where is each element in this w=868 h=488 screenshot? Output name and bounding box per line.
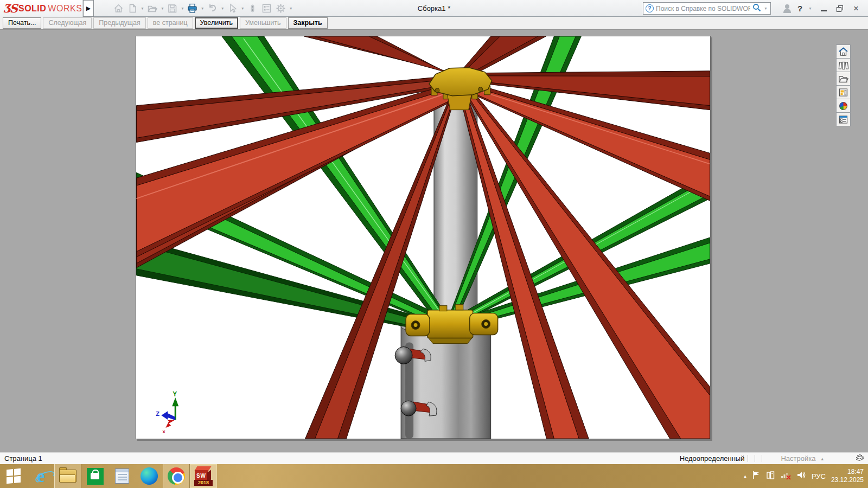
solidworks-cube-letters: SW — [195, 470, 208, 481]
internet-explorer-icon: e — [37, 467, 45, 485]
internet-explorer-button[interactable]: e — [27, 464, 54, 488]
zoom-out-button[interactable]: Уменьшить — [240, 17, 286, 29]
clock-time: 18:47 — [831, 468, 864, 476]
appearances-tab-icon[interactable] — [836, 99, 851, 113]
status-bar: Страница 1 Недоопределенный Настройка ▴ — [0, 452, 868, 464]
new-dropdown-caret[interactable]: ▼ — [141, 7, 144, 10]
search-dropdown-caret[interactable]: ▼ — [764, 7, 768, 10]
file-explorer-icon — [59, 470, 76, 483]
zoom-in-button[interactable]: Увеличить — [195, 17, 238, 29]
design-library-tab-icon[interactable] — [836, 58, 851, 72]
settings-label[interactable]: Настройка — [781, 454, 815, 463]
view-palette-tab-icon[interactable] — [836, 85, 851, 99]
solidworks-logo-light: WORKS — [48, 4, 82, 14]
print-preview-toolbar: Печать... Следующая Предыдущая ве страни… — [0, 17, 868, 30]
select-cursor-icon[interactable] — [226, 2, 239, 15]
x-axis-arrow — [165, 420, 175, 428]
status-separator — [748, 455, 748, 462]
user-account-icon[interactable] — [782, 4, 792, 14]
system-tray: ▴ РУС 18:47 23.12.2025 — [744, 464, 868, 488]
edge-button[interactable] — [136, 464, 163, 488]
volume-icon[interactable] — [796, 470, 806, 482]
file-explorer-tab-icon[interactable] — [836, 72, 851, 86]
red-beam-top-left-dark — [304, 36, 460, 80]
edge-icon — [141, 467, 158, 485]
z-axis-arrow — [161, 411, 175, 420]
undo-dropdown-caret[interactable]: ▼ — [221, 7, 225, 10]
windows-logo-icon — [7, 468, 21, 484]
preview-workspace: Y Z x — [0, 30, 868, 452]
chrome-button[interactable] — [163, 464, 190, 488]
network-disconnected-icon[interactable] — [780, 470, 791, 482]
notepad-icon — [115, 468, 129, 484]
clock-date: 23.12.2025 — [831, 476, 864, 484]
open-dropdown-caret[interactable]: ▼ — [161, 7, 164, 10]
help-search-box[interactable]: ? ▼ — [643, 2, 771, 15]
restore-button[interactable] — [834, 3, 845, 14]
settings-gear-icon[interactable] — [275, 2, 288, 15]
help-dropdown-caret[interactable]: ▼ — [808, 7, 812, 10]
solidworks-logo: ƷS SOLID WORKS — [0, 0, 83, 17]
home-icon[interactable] — [112, 2, 125, 15]
solidworks-version-badge: 2018 — [194, 480, 213, 486]
notepad-button[interactable] — [108, 464, 136, 488]
search-icon[interactable] — [752, 3, 761, 14]
expander-arrow-icon: ▶ — [86, 5, 91, 12]
select-dropdown-caret[interactable]: ▼ — [241, 7, 245, 10]
help-icon[interactable]: ? — [797, 4, 802, 13]
knob-sphere-lower — [401, 401, 416, 416]
search-input[interactable] — [656, 5, 750, 12]
store-button[interactable] — [81, 464, 108, 488]
settings-dropdown-caret[interactable]: ▼ — [289, 7, 293, 10]
model-3d-assembly: Y Z x — [136, 36, 710, 439]
print-icon[interactable] — [186, 2, 199, 15]
action-center-flag-icon[interactable] — [752, 470, 761, 482]
start-button[interactable] — [0, 464, 27, 488]
solidworks-app-icon: SW 2018 — [194, 466, 213, 486]
language-indicator[interactable]: РУС — [812, 472, 826, 480]
minimize-button[interactable] — [818, 3, 829, 14]
y-axis-label: Y — [173, 390, 177, 398]
coordinate-triad: Y Z x — [156, 390, 178, 434]
clock[interactable]: 18:47 23.12.2025 — [831, 468, 864, 484]
x-axis-label: x — [162, 428, 165, 434]
two-pages-button[interactable]: ве страниц — [148, 17, 193, 29]
new-document-icon[interactable] — [126, 2, 139, 15]
status-separator — [762, 455, 762, 462]
window-controls: ? ▼ × — [782, 0, 868, 17]
preview-page: Y Z x — [136, 36, 711, 439]
file-explorer-button[interactable] — [54, 464, 81, 488]
knob-sphere-upper — [395, 346, 412, 364]
next-page-button[interactable]: Следующая — [43, 17, 92, 29]
save-icon[interactable] — [166, 2, 179, 15]
task-pane-tabs — [836, 44, 851, 126]
z-axis-label: Z — [156, 410, 159, 417]
hidden-icons-caret[interactable]: ▴ — [744, 473, 746, 479]
menu-expander-button[interactable]: ▶ — [83, 0, 94, 17]
device-settings-icon[interactable] — [766, 470, 775, 482]
custom-properties-tab-icon[interactable] — [836, 112, 851, 126]
settings-caret-icon[interactable]: ▴ — [821, 456, 824, 461]
save-dropdown-caret[interactable]: ▼ — [181, 7, 184, 10]
undo-icon[interactable] — [206, 2, 219, 15]
print-button[interactable]: Печать... — [3, 17, 41, 29]
open-document-icon[interactable] — [146, 2, 159, 15]
store-icon — [87, 468, 104, 485]
page-number-label: Страница 1 — [0, 454, 42, 463]
quick-access-toolbar: ▼ ▼ ▼ ▼ ▼ ▼ ▼ — [112, 2, 293, 15]
print-dropdown-caret[interactable]: ▼ — [201, 7, 205, 10]
close-preview-button[interactable]: Закрыть — [288, 17, 328, 29]
windows-taskbar: e SW 2018 ▴ — [0, 464, 868, 488]
toggle-capsule-icon[interactable] — [246, 2, 259, 15]
help-hint-icon: ? — [646, 4, 654, 12]
properties-list-icon[interactable] — [260, 2, 273, 15]
solidworks-logo-mark: ƷS — [3, 2, 17, 15]
title-bar: Сборка1 * ƷS SOLID WORKS ▶ ▼ ▼ ▼ ▼ ▼ — [0, 0, 868, 17]
constraint-state-label: Недоопределенный — [680, 454, 745, 463]
sheet-stack-icon[interactable] — [855, 454, 865, 463]
previous-page-button[interactable]: Предыдущая — [93, 17, 145, 29]
solidworks-app-button[interactable]: SW 2018 — [190, 464, 217, 488]
home-tab-icon[interactable] — [836, 44, 851, 59]
close-button[interactable]: × — [851, 3, 861, 14]
status-separator — [755, 455, 755, 462]
